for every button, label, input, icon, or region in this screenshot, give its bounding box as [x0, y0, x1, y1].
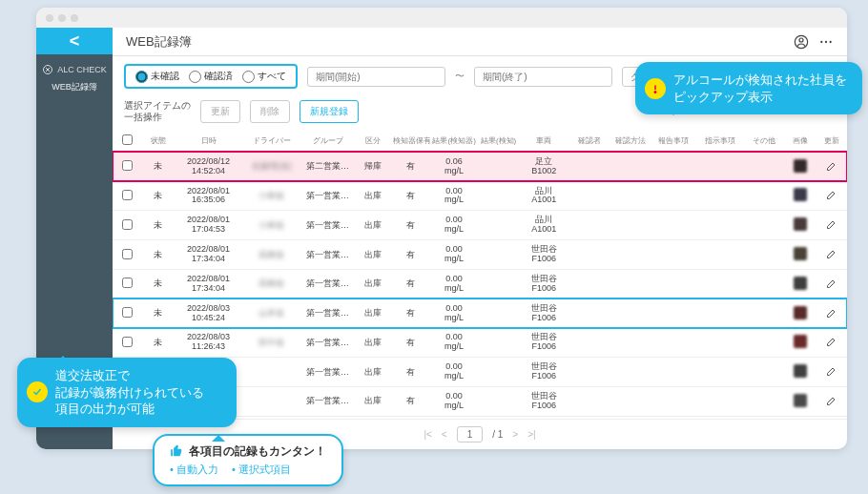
col-header: 状態 — [143, 131, 174, 152]
cell-report — [651, 240, 697, 270]
pager-last[interactable]: >| — [527, 429, 535, 440]
pager-page[interactable]: 1 — [457, 426, 484, 443]
row-checkbox[interactable] — [113, 298, 143, 328]
col-header: 検知器保有 — [391, 131, 431, 152]
cell-report — [651, 328, 697, 358]
cell-detector: 有 — [391, 211, 431, 240]
cell-kind: 出庫 — [356, 358, 391, 387]
period-start-input[interactable] — [307, 67, 445, 87]
cell-status: 未 — [143, 328, 174, 358]
pager-prev[interactable]: < — [442, 429, 447, 440]
alert-icon — [645, 78, 666, 99]
period-end-input[interactable] — [474, 67, 612, 87]
select-all-checkbox[interactable] — [122, 134, 133, 145]
callout-law-compliance: 道交法改正で 記録が義務付けられている 項目の出力が可能 — [17, 358, 237, 427]
bulk-delete-button[interactable]: 削除 — [250, 100, 290, 123]
cell-result: 0.00mg/L — [430, 181, 477, 211]
cell-method — [610, 181, 651, 211]
cell-kind: 出庫 — [356, 298, 391, 328]
cell-datetime: 2022/08/0117:34:04 — [174, 269, 244, 298]
collapse-sidebar-button[interactable]: < — [36, 28, 113, 54]
cell-vehicle: 世田谷F1006 — [520, 269, 568, 298]
cell-vehicle: 品川A1001 — [520, 211, 568, 240]
edit-button[interactable] — [816, 181, 847, 211]
cell-result2 — [478, 387, 520, 417]
brand-label: ALC CHECK — [42, 64, 107, 75]
radio-confirmed[interactable]: 確認済 — [189, 70, 233, 83]
edit-button[interactable] — [816, 269, 847, 298]
table-row: 未2022/08/0311:26:43田中仮第一営業…出庫有0.00mg/L世田… — [113, 328, 847, 358]
cell-datetime: 2022/08/0117:34:04 — [174, 240, 244, 270]
col-header: 指示事項 — [697, 131, 744, 152]
edit-button[interactable] — [816, 298, 847, 328]
edit-button[interactable] — [816, 240, 847, 270]
cell-kind: 出庫 — [356, 240, 391, 270]
status-filter: 未確認 確認済 すべて — [124, 64, 298, 89]
cell-instruction — [697, 358, 744, 387]
cell-datetime: 2022/08/0116:35:06 — [174, 181, 244, 211]
cell-detector: 有 — [391, 181, 431, 211]
cell-method — [610, 269, 651, 298]
cell-detector: 有 — [391, 240, 431, 270]
cell-report — [651, 387, 697, 417]
row-checkbox[interactable] — [113, 240, 143, 270]
account-icon[interactable] — [794, 34, 809, 50]
cell-status: 未 — [143, 152, 174, 181]
cell-instruction — [697, 269, 744, 298]
cell-image — [784, 211, 816, 240]
cell-driver: 高橋仮 — [243, 269, 300, 298]
table-row: 未2022/08/0117:34:04高橋仮第一営業…出庫有0.00mg/L世田… — [113, 240, 847, 270]
bulk-update-button[interactable]: 更新 — [200, 100, 240, 123]
edit-button[interactable] — [816, 328, 847, 358]
cell-image — [784, 269, 816, 298]
brand-icon — [42, 64, 53, 75]
pager-next[interactable]: > — [512, 429, 518, 440]
svg-point-4 — [825, 40, 827, 42]
cell-group: 第一営業… — [300, 387, 356, 417]
cell-detector: 有 — [391, 269, 431, 298]
cell-kind: 帰庫 — [356, 152, 391, 181]
cell-vehicle: 世田谷F1006 — [520, 240, 568, 270]
cell-kind: 出庫 — [356, 387, 391, 417]
svg-point-5 — [830, 40, 832, 42]
cell-instruction — [697, 211, 744, 240]
row-checkbox[interactable] — [113, 181, 143, 211]
cell-method — [610, 387, 651, 417]
cell-image — [784, 387, 816, 417]
row-checkbox[interactable] — [113, 152, 143, 181]
feature-auto: 自動入力 — [170, 463, 218, 477]
cell-method — [610, 328, 651, 358]
pager-first[interactable]: |< — [424, 429, 431, 440]
cell-status: 未 — [143, 269, 174, 298]
cell-confirmer — [568, 152, 610, 181]
row-checkbox[interactable] — [113, 328, 143, 358]
row-checkbox[interactable] — [113, 211, 143, 240]
cell-detector: 有 — [391, 387, 431, 417]
cell-result: 0.00mg/L — [430, 211, 477, 240]
edit-button[interactable] — [816, 358, 847, 387]
cell-detector: 有 — [391, 152, 431, 181]
page-title: WEB記録簿 — [126, 33, 192, 51]
cell-image — [784, 298, 816, 328]
edit-button[interactable] — [816, 152, 847, 181]
nav-item-records[interactable]: WEB記録簿 — [52, 81, 97, 93]
window-titlebar — [36, 8, 847, 28]
new-record-button[interactable]: 新規登録 — [300, 100, 359, 123]
cell-status: 未 — [143, 181, 174, 211]
cell-result2 — [478, 181, 520, 211]
table-row: 未2022/08/0116:35:06小林仮第一営業…出庫有0.00mg/L品川… — [113, 181, 847, 211]
radio-all[interactable]: すべて — [242, 70, 286, 83]
edit-button[interactable] — [816, 387, 847, 417]
edit-button[interactable] — [816, 211, 847, 240]
cell-group: 第一営業… — [300, 269, 356, 298]
radio-unconfirmed[interactable]: 未確認 — [135, 70, 179, 83]
col-header: 区分 — [356, 131, 391, 152]
cell-result2 — [478, 240, 520, 270]
more-icon[interactable] — [818, 34, 834, 50]
cell-other — [744, 269, 784, 298]
topbar: WEB記録簿 — [113, 28, 847, 56]
row-checkbox[interactable] — [113, 269, 143, 298]
cell-driver — [243, 358, 300, 387]
cell-driver: 佐藤明(仮) — [243, 152, 300, 181]
table-row: 未2022/08/0117:34:04高橋仮第一営業…出庫有0.00mg/L世田… — [113, 269, 847, 298]
